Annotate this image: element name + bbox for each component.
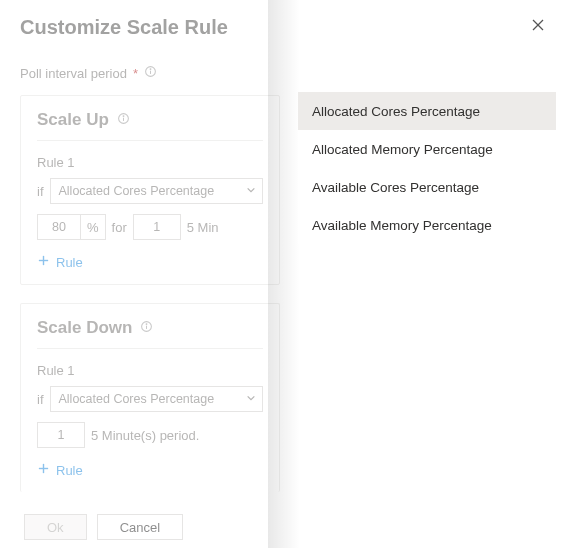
metric-dropdown-value: Allocated Cores Percentage — [59, 184, 215, 198]
ok-button[interactable]: Ok — [24, 514, 87, 540]
chevron-down-icon — [246, 392, 256, 406]
plus-icon — [37, 254, 50, 270]
svg-point-10 — [147, 324, 148, 325]
pane-title: Customize Scale Rule — [20, 16, 280, 39]
plus-icon — [37, 462, 50, 478]
info-icon[interactable] — [140, 318, 153, 338]
svg-point-5 — [123, 116, 124, 117]
scale-up-card: Scale Up Rule 1 if Allocated Cores Perce… — [20, 95, 280, 285]
percent-label: % — [80, 214, 105, 240]
period-text: 5 Min — [187, 220, 219, 235]
rule-label: Rule 1 — [37, 363, 263, 378]
rule-label: Rule 1 — [37, 155, 263, 170]
for-label: for — [112, 220, 127, 235]
scale-up-title-text: Scale Up — [37, 110, 109, 130]
cancel-button[interactable]: Cancel — [97, 514, 183, 540]
metric-dropdown-value: Allocated Cores Percentage — [59, 392, 215, 406]
if-label: if — [37, 392, 44, 407]
customize-scale-rule-pane: Customize Scale Rule Poll interval perio… — [0, 0, 300, 548]
divider — [37, 348, 263, 349]
info-icon[interactable] — [144, 65, 157, 81]
period-input[interactable] — [133, 214, 181, 240]
menu-item-allocated-cores[interactable]: Allocated Cores Percentage — [298, 92, 556, 130]
metric-dropdown-menu: Allocated Cores Percentage Allocated Mem… — [298, 92, 556, 244]
svg-point-2 — [150, 69, 151, 70]
add-rule-button[interactable]: Rule — [37, 250, 263, 274]
menu-item-allocated-memory[interactable]: Allocated Memory Percentage — [298, 130, 556, 168]
add-rule-button[interactable]: Rule — [37, 458, 263, 482]
add-rule-label: Rule — [56, 463, 83, 478]
if-label: if — [37, 184, 44, 199]
footer-buttons: Ok Cancel — [20, 510, 280, 544]
threshold-input[interactable] — [38, 215, 80, 239]
chevron-down-icon — [246, 184, 256, 198]
period-input[interactable] — [37, 422, 85, 448]
scale-down-card: Scale Down Rule 1 if Allocated Cores Per… — [20, 303, 280, 492]
threshold-input-group: % — [37, 214, 106, 240]
info-icon[interactable] — [117, 110, 130, 130]
period-text: 5 Minute(s) period. — [91, 428, 199, 443]
menu-item-available-cores[interactable]: Available Cores Percentage — [298, 168, 556, 206]
poll-interval-label: Poll interval period — [20, 66, 127, 81]
add-rule-label: Rule — [56, 255, 83, 270]
required-asterisk: * — [133, 66, 138, 81]
scale-up-title: Scale Up — [37, 110, 263, 130]
metric-dropdown[interactable]: Allocated Cores Percentage — [50, 178, 264, 204]
menu-item-available-memory[interactable]: Available Memory Percentage — [298, 206, 556, 244]
scale-down-title-text: Scale Down — [37, 318, 132, 338]
scale-down-title: Scale Down — [37, 318, 263, 338]
poll-interval-field: Poll interval period * — [20, 65, 280, 81]
metric-dropdown[interactable]: Allocated Cores Percentage — [50, 386, 264, 412]
close-button[interactable] — [531, 18, 547, 34]
divider — [37, 140, 263, 141]
